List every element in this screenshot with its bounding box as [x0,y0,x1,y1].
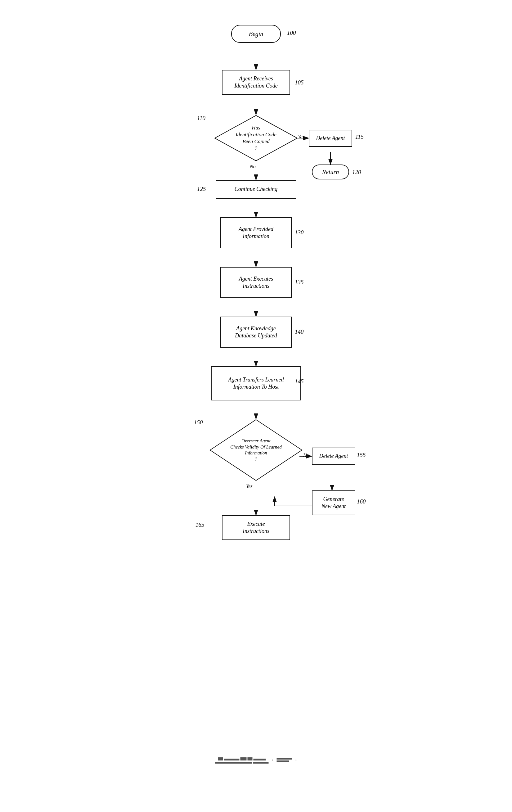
agent-executes-tag: 135 [295,279,304,286]
delete-agent1-tag: 115 [355,134,364,140]
execute-instructions-tag: 165 [195,521,205,528]
continue-checking-tag: 125 [197,185,206,193]
begin-node: Begin [231,25,281,43]
agent-provided-label: Agent ProvidedInformation [239,226,273,240]
diamond2-yes-label: Yes [246,484,252,489]
return-node: Return [312,165,349,179]
knowledge-updated-label: Agent KnowledgeDatabase Updated [235,325,277,340]
transfers-node: Agent Transfers LearnedInformation To Ho… [211,366,301,400]
continue-checking-node: Continue Checking [216,180,296,199]
diamond1-node: HasIdentification CodeBeen Copied? [214,115,298,162]
delete-agent2-tag: 155 [357,452,366,459]
diamond1-no-label: No [250,164,256,170]
generate-new-label: GenerateNew Agent [322,496,346,510]
transfers-tag: 145 [295,378,304,385]
execute-instructions-node: ExecuteInstructions [222,515,290,540]
agent-provided-node: Agent ProvidedInformation [220,217,292,248]
agent-receives-node: Agent ReceivesIdentification Code [222,70,290,95]
diamond2-tag: 150 [194,419,203,426]
delete-agent2-node: Delete Agent [312,447,355,465]
agent-receives-tag: 105 [295,79,304,86]
generate-new-node: GenerateNew Agent [312,490,355,515]
knowledge-updated-node: Agent KnowledgeDatabase Updated [220,317,292,348]
knowledge-updated-tag: 140 [295,328,304,335]
diamond1-label: HasIdentification CodeBeen Copied? [236,124,276,152]
continue-checking-label: Continue Checking [235,185,277,193]
flowchart-container: Begin 100 Agent ReceivesIdentification C… [154,12,358,788]
diamond2-label: Overseer AgentChecks Validity Of Learned… [230,438,281,462]
patent-decoration: . . [215,754,297,763]
begin-label: Begin [249,30,264,37]
delete-agent1-label: Delete Agent [316,135,345,142]
agent-receives-label: Agent ReceivesIdentification Code [234,75,277,90]
diamond1-tag: 110 [197,115,205,122]
delete-agent2-label: Delete Agent [319,453,348,460]
diamond1-yes-label: Yes [298,134,304,140]
begin-tag: 100 [287,29,296,36]
agent-executes-node: Agent ExecutesInstructions [220,267,292,298]
diamond2-no-label: No [303,453,309,458]
execute-instructions-label: ExecuteInstructions [243,521,269,535]
diamond2-node: Overseer AgentChecks Validity Of Learned… [209,419,303,481]
return-tag: 120 [352,169,361,176]
transfers-label: Agent Transfers LearnedInformation To Ho… [228,376,283,391]
return-label: Return [322,169,339,176]
generate-new-tag: 160 [357,498,366,505]
agent-provided-tag: 130 [295,229,304,236]
delete-agent1-node: Delete Agent [309,130,352,147]
agent-executes-label: Agent ExecutesInstructions [239,275,273,290]
